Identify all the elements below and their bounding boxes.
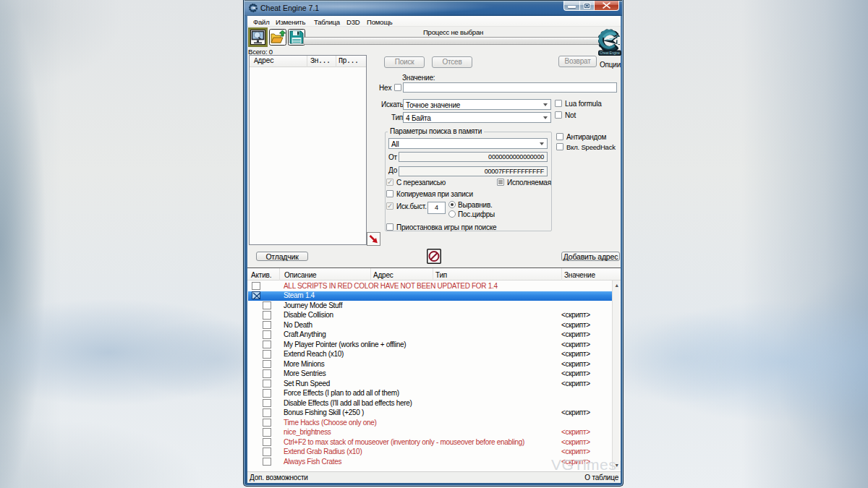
svg-text:Cheat Engine: Cheat Engine <box>600 51 620 55</box>
